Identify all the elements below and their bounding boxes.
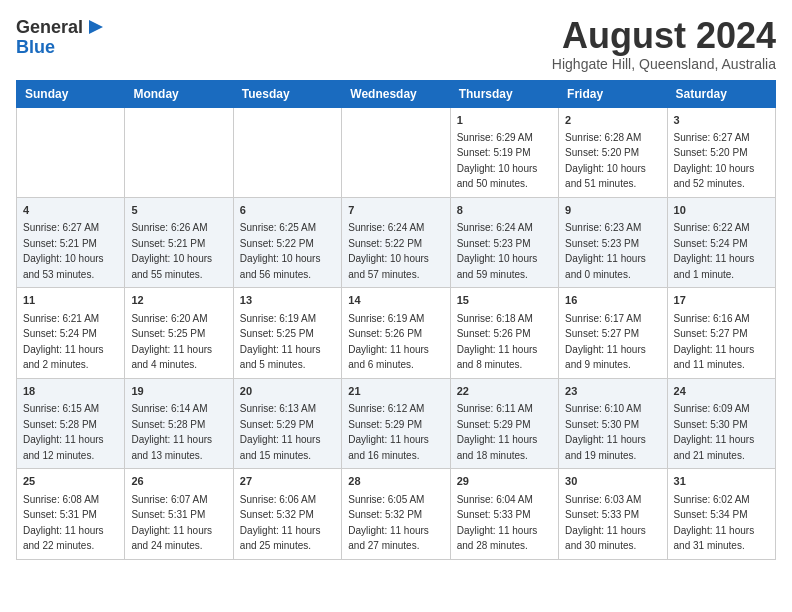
page-header: General Blue August 2024 Highgate Hill, … (16, 16, 776, 72)
day-info: Sunrise: 6:06 AM Sunset: 5:32 PM Dayligh… (240, 494, 321, 552)
day-info: Sunrise: 6:09 AM Sunset: 5:30 PM Dayligh… (674, 403, 755, 461)
day-info: Sunrise: 6:22 AM Sunset: 5:24 PM Dayligh… (674, 222, 755, 280)
day-number: 26 (131, 474, 226, 489)
day-number: 28 (348, 474, 443, 489)
title-section: August 2024 Highgate Hill, Queensland, A… (552, 16, 776, 72)
day-number: 20 (240, 384, 335, 399)
day-info: Sunrise: 6:24 AM Sunset: 5:22 PM Dayligh… (348, 222, 429, 280)
day-info: Sunrise: 6:05 AM Sunset: 5:32 PM Dayligh… (348, 494, 429, 552)
day-number: 12 (131, 293, 226, 308)
calendar-cell: 27Sunrise: 6:06 AM Sunset: 5:32 PM Dayli… (233, 469, 341, 559)
day-number: 2 (565, 113, 660, 128)
logo: General Blue (16, 16, 107, 57)
day-number: 8 (457, 203, 552, 218)
calendar-cell: 24Sunrise: 6:09 AM Sunset: 5:30 PM Dayli… (667, 378, 775, 468)
day-info: Sunrise: 6:18 AM Sunset: 5:26 PM Dayligh… (457, 313, 538, 371)
day-number: 3 (674, 113, 769, 128)
calendar-cell (342, 107, 450, 197)
header-monday: Monday (125, 80, 233, 107)
calendar-week-4: 18Sunrise: 6:15 AM Sunset: 5:28 PM Dayli… (17, 378, 776, 468)
day-number: 15 (457, 293, 552, 308)
calendar-week-1: 1Sunrise: 6:29 AM Sunset: 5:19 PM Daylig… (17, 107, 776, 197)
day-number: 29 (457, 474, 552, 489)
day-info: Sunrise: 6:12 AM Sunset: 5:29 PM Dayligh… (348, 403, 429, 461)
day-number: 24 (674, 384, 769, 399)
calendar-cell: 31Sunrise: 6:02 AM Sunset: 5:34 PM Dayli… (667, 469, 775, 559)
day-number: 18 (23, 384, 118, 399)
day-info: Sunrise: 6:08 AM Sunset: 5:31 PM Dayligh… (23, 494, 104, 552)
day-info: Sunrise: 6:16 AM Sunset: 5:27 PM Dayligh… (674, 313, 755, 371)
day-number: 1 (457, 113, 552, 128)
day-info: Sunrise: 6:04 AM Sunset: 5:33 PM Dayligh… (457, 494, 538, 552)
day-info: Sunrise: 6:26 AM Sunset: 5:21 PM Dayligh… (131, 222, 212, 280)
day-info: Sunrise: 6:28 AM Sunset: 5:20 PM Dayligh… (565, 132, 646, 190)
logo-blue: Blue (16, 37, 55, 57)
calendar-table: SundayMondayTuesdayWednesdayThursdayFrid… (16, 80, 776, 560)
calendar-cell: 13Sunrise: 6:19 AM Sunset: 5:25 PM Dayli… (233, 288, 341, 378)
calendar-cell: 28Sunrise: 6:05 AM Sunset: 5:32 PM Dayli… (342, 469, 450, 559)
day-info: Sunrise: 6:24 AM Sunset: 5:23 PM Dayligh… (457, 222, 538, 280)
calendar-cell: 26Sunrise: 6:07 AM Sunset: 5:31 PM Dayli… (125, 469, 233, 559)
calendar-cell: 3Sunrise: 6:27 AM Sunset: 5:20 PM Daylig… (667, 107, 775, 197)
day-info: Sunrise: 6:14 AM Sunset: 5:28 PM Dayligh… (131, 403, 212, 461)
calendar-cell: 12Sunrise: 6:20 AM Sunset: 5:25 PM Dayli… (125, 288, 233, 378)
calendar-cell: 25Sunrise: 6:08 AM Sunset: 5:31 PM Dayli… (17, 469, 125, 559)
day-number: 11 (23, 293, 118, 308)
page-title: August 2024 (552, 16, 776, 56)
calendar-cell (17, 107, 125, 197)
day-info: Sunrise: 6:10 AM Sunset: 5:30 PM Dayligh… (565, 403, 646, 461)
calendar-cell: 4Sunrise: 6:27 AM Sunset: 5:21 PM Daylig… (17, 197, 125, 287)
day-info: Sunrise: 6:15 AM Sunset: 5:28 PM Dayligh… (23, 403, 104, 461)
calendar-cell: 11Sunrise: 6:21 AM Sunset: 5:24 PM Dayli… (17, 288, 125, 378)
calendar-cell: 2Sunrise: 6:28 AM Sunset: 5:20 PM Daylig… (559, 107, 667, 197)
logo-general: General (16, 18, 83, 36)
header-sunday: Sunday (17, 80, 125, 107)
day-number: 19 (131, 384, 226, 399)
calendar-cell: 23Sunrise: 6:10 AM Sunset: 5:30 PM Dayli… (559, 378, 667, 468)
calendar-week-3: 11Sunrise: 6:21 AM Sunset: 5:24 PM Dayli… (17, 288, 776, 378)
calendar-week-2: 4Sunrise: 6:27 AM Sunset: 5:21 PM Daylig… (17, 197, 776, 287)
calendar-cell: 6Sunrise: 6:25 AM Sunset: 5:22 PM Daylig… (233, 197, 341, 287)
day-number: 21 (348, 384, 443, 399)
calendar-cell: 14Sunrise: 6:19 AM Sunset: 5:26 PM Dayli… (342, 288, 450, 378)
day-info: Sunrise: 6:27 AM Sunset: 5:20 PM Dayligh… (674, 132, 755, 190)
day-number: 17 (674, 293, 769, 308)
day-number: 30 (565, 474, 660, 489)
calendar-cell: 21Sunrise: 6:12 AM Sunset: 5:29 PM Dayli… (342, 378, 450, 468)
day-info: Sunrise: 6:11 AM Sunset: 5:29 PM Dayligh… (457, 403, 538, 461)
day-info: Sunrise: 6:02 AM Sunset: 5:34 PM Dayligh… (674, 494, 755, 552)
day-number: 27 (240, 474, 335, 489)
day-info: Sunrise: 6:19 AM Sunset: 5:25 PM Dayligh… (240, 313, 321, 371)
day-info: Sunrise: 6:07 AM Sunset: 5:31 PM Dayligh… (131, 494, 212, 552)
calendar-cell: 15Sunrise: 6:18 AM Sunset: 5:26 PM Dayli… (450, 288, 558, 378)
day-info: Sunrise: 6:03 AM Sunset: 5:33 PM Dayligh… (565, 494, 646, 552)
calendar-week-5: 25Sunrise: 6:08 AM Sunset: 5:31 PM Dayli… (17, 469, 776, 559)
calendar-cell: 30Sunrise: 6:03 AM Sunset: 5:33 PM Dayli… (559, 469, 667, 559)
svg-marker-0 (89, 20, 103, 34)
day-number: 13 (240, 293, 335, 308)
calendar-cell: 1Sunrise: 6:29 AM Sunset: 5:19 PM Daylig… (450, 107, 558, 197)
day-number: 14 (348, 293, 443, 308)
calendar-cell: 9Sunrise: 6:23 AM Sunset: 5:23 PM Daylig… (559, 197, 667, 287)
calendar-cell (233, 107, 341, 197)
day-info: Sunrise: 6:21 AM Sunset: 5:24 PM Dayligh… (23, 313, 104, 371)
day-number: 25 (23, 474, 118, 489)
day-info: Sunrise: 6:27 AM Sunset: 5:21 PM Dayligh… (23, 222, 104, 280)
header-thursday: Thursday (450, 80, 558, 107)
day-number: 31 (674, 474, 769, 489)
calendar-cell: 16Sunrise: 6:17 AM Sunset: 5:27 PM Dayli… (559, 288, 667, 378)
header-saturday: Saturday (667, 80, 775, 107)
header-friday: Friday (559, 80, 667, 107)
day-number: 22 (457, 384, 552, 399)
header-tuesday: Tuesday (233, 80, 341, 107)
calendar-cell (125, 107, 233, 197)
day-number: 7 (348, 203, 443, 218)
calendar-cell: 29Sunrise: 6:04 AM Sunset: 5:33 PM Dayli… (450, 469, 558, 559)
day-number: 23 (565, 384, 660, 399)
calendar-cell: 5Sunrise: 6:26 AM Sunset: 5:21 PM Daylig… (125, 197, 233, 287)
day-number: 6 (240, 203, 335, 218)
day-info: Sunrise: 6:29 AM Sunset: 5:19 PM Dayligh… (457, 132, 538, 190)
calendar-cell: 20Sunrise: 6:13 AM Sunset: 5:29 PM Dayli… (233, 378, 341, 468)
calendar-cell: 18Sunrise: 6:15 AM Sunset: 5:28 PM Dayli… (17, 378, 125, 468)
page-subtitle: Highgate Hill, Queensland, Australia (552, 56, 776, 72)
